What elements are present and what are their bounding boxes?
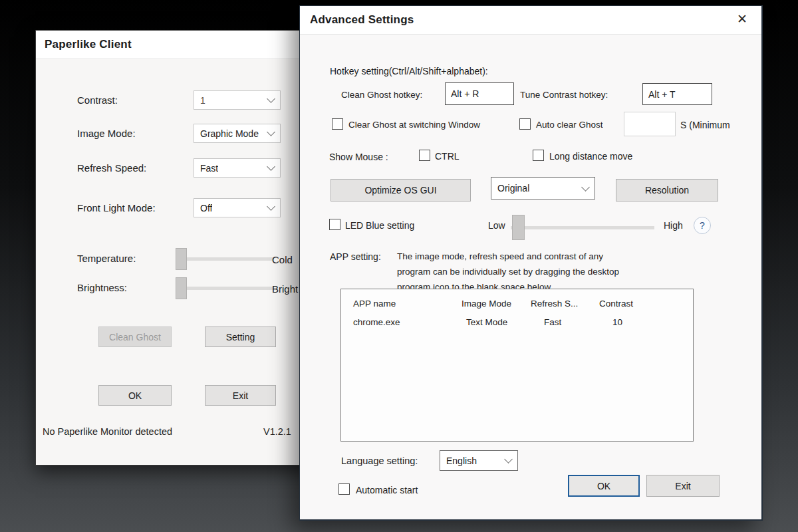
chevron-down-icon xyxy=(267,128,275,136)
hotkey-heading: Hotkey setting(Ctrl/Alt/Shift+alphabet): xyxy=(330,66,488,76)
close-icon[interactable]: ✕ xyxy=(732,11,752,27)
app-settings-table: APP name Image Mode Refresh S... Contras… xyxy=(340,289,694,442)
refresh-speed-select[interactable]: Fast xyxy=(194,158,281,178)
monitor-status-text: No Paperlike Monitor detected xyxy=(43,426,172,437)
led-blue-slider-track[interactable] xyxy=(511,226,654,229)
language-select[interactable]: English xyxy=(440,450,518,471)
table-cell-refresh: Fast xyxy=(544,317,561,327)
chevron-down-icon xyxy=(267,202,275,211)
temperature-slider-track[interactable] xyxy=(177,257,274,261)
refresh-speed-label: Refresh Speed: xyxy=(77,162,146,174)
clean-ghost-hotkey-input[interactable]: Alt + R xyxy=(445,82,514,105)
advanced-ok-button[interactable]: OK xyxy=(568,475,640,497)
clear-ghost-checkbox-label: Clear Ghost at switching Window xyxy=(348,120,480,130)
clean-ghost-hotkey-label: Clean Ghost hotkey: xyxy=(341,90,422,100)
ctrl-checkbox-label: CTRL xyxy=(435,151,460,162)
long-distance-move-checkbox[interactable] xyxy=(533,150,544,161)
temperature-slider-thumb[interactable] xyxy=(176,248,187,270)
version-text: V1.2.1 xyxy=(263,426,291,437)
auto-clear-seconds-suffix: S (Minimum xyxy=(680,120,730,130)
clean-ghost-button[interactable]: Clean Ghost xyxy=(98,327,172,347)
front-light-mode-value: Off xyxy=(200,203,212,213)
chevron-down-icon xyxy=(267,94,275,103)
front-light-mode-select[interactable]: Off xyxy=(194,198,281,217)
image-mode-select[interactable]: Graphic Mode xyxy=(194,124,281,143)
client-window-title: Paperlike Client xyxy=(45,38,132,51)
app-setting-description-line1: The image mode, refresh speed and contra… xyxy=(397,251,603,261)
optimize-os-gui-button[interactable]: Optimize OS GUI xyxy=(331,179,471,201)
app-setting-description-line2: program can be individually set by dragg… xyxy=(397,267,619,277)
temperature-end-label: Cold xyxy=(272,254,293,265)
table-header-image-mode: Image Mode xyxy=(462,299,511,309)
client-ok-button[interactable]: OK xyxy=(98,385,172,406)
show-mouse-label: Show Mouse : xyxy=(329,152,388,162)
language-select-value: English xyxy=(446,456,477,466)
led-high-label: High xyxy=(664,220,683,231)
tune-contrast-hotkey-label: Tune Contrast hotkey: xyxy=(520,90,608,100)
table-cell-image-mode: Text Mode xyxy=(466,317,507,327)
resolution-select-value: Original xyxy=(497,183,529,194)
contrast-value: 1 xyxy=(200,95,205,106)
advanced-window-title: Advanced Settings xyxy=(310,13,414,27)
advanced-titlebar: Advanced Settings ✕ xyxy=(300,6,761,35)
front-light-mode-label: Front Light Mode: xyxy=(77,202,156,213)
table-header-app-name: APP name xyxy=(353,299,396,309)
brightness-slider-thumb[interactable] xyxy=(176,277,187,299)
image-mode-value: Graphic Mode xyxy=(200,128,259,139)
led-blue-slider-thumb[interactable] xyxy=(512,215,525,240)
resolution-select[interactable]: Original xyxy=(491,177,595,200)
clear-ghost-checkbox[interactable] xyxy=(332,118,343,130)
tune-contrast-hotkey-input[interactable]: Alt + T xyxy=(642,83,712,105)
contrast-select[interactable]: 1 xyxy=(194,90,281,110)
chevron-down-icon xyxy=(504,455,513,464)
temperature-label: Temperature: xyxy=(77,253,136,264)
image-mode-label: Image Mode: xyxy=(77,128,136,139)
help-icon[interactable]: ? xyxy=(694,217,711,234)
auto-clear-ghost-checkbox[interactable] xyxy=(519,118,531,130)
ctrl-checkbox[interactable] xyxy=(419,150,430,161)
resolution-button[interactable]: Resolution xyxy=(616,179,718,201)
refresh-speed-value: Fast xyxy=(200,163,218,174)
chevron-down-icon xyxy=(267,162,275,171)
led-blue-setting-label: LED Blue setting xyxy=(345,220,414,231)
long-distance-move-checkbox-label: Long distance move xyxy=(549,151,632,162)
advanced-exit-button[interactable]: Exit xyxy=(646,475,720,497)
automatic-start-checkbox-label: Automatic start xyxy=(356,485,418,495)
advanced-settings-window: Advanced Settings ✕ Hotkey setting(Ctrl/… xyxy=(299,5,763,521)
brightness-label: Brightness: xyxy=(77,282,127,293)
table-cell-contrast: 10 xyxy=(612,317,622,327)
chevron-down-icon xyxy=(581,183,590,192)
setting-button[interactable]: Setting xyxy=(205,327,276,347)
app-setting-label: APP setting: xyxy=(330,251,381,262)
brightness-slider-track[interactable] xyxy=(177,287,274,290)
brightness-end-label: Bright xyxy=(272,283,298,295)
led-low-label: Low xyxy=(488,220,505,231)
contrast-label: Contrast: xyxy=(77,94,118,106)
auto-clear-seconds-input[interactable] xyxy=(624,112,676,136)
table-cell-app-name: chrome.exe xyxy=(353,317,400,327)
automatic-start-checkbox[interactable] xyxy=(338,483,350,495)
table-header-contrast: Contrast xyxy=(599,299,633,309)
language-setting-label: Language setting: xyxy=(341,456,418,466)
table-header-refresh: Refresh S... xyxy=(531,299,578,309)
auto-clear-ghost-checkbox-label: Auto clear Ghost xyxy=(536,120,603,130)
led-blue-setting-checkbox[interactable] xyxy=(329,219,340,230)
client-exit-button[interactable]: Exit xyxy=(205,385,276,406)
